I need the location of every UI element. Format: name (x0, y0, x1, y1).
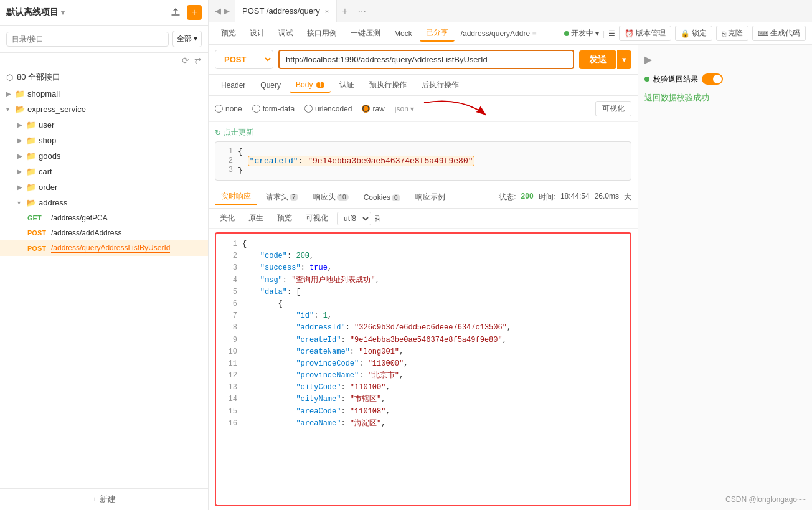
encoding-select[interactable]: utf8 gbk (337, 212, 371, 225)
url-input[interactable] (278, 50, 574, 69)
response-tab-cookies[interactable]: Cookies0 (357, 191, 407, 204)
folder-user[interactable]: ▶ 📁 user (0, 117, 208, 133)
nav-share[interactable]: 已分享 (420, 25, 455, 42)
refresh-tool-icon[interactable]: ⟳ (182, 55, 189, 65)
method-select[interactable]: POST GET PUT DELETE (215, 50, 273, 69)
folder-goods[interactable]: ▶ 📁 goods (0, 148, 208, 164)
chevron-right-icon: ▶ (17, 121, 25, 128)
beautify-button[interactable]: 美化 (215, 211, 240, 225)
folder-icon: 📁 (15, 89, 25, 98)
folder-icon: 📁 (26, 182, 36, 192)
project-name: 默认离线项目 (6, 7, 59, 18)
tab-header[interactable]: Header (215, 78, 252, 92)
nav-prev-icon[interactable]: ◀ (215, 6, 221, 16)
r-line-14: 14 "cityName": "市辖区", (222, 394, 624, 405)
r-line-4: 4 "msg": "查询用户地址列表成功", (222, 275, 624, 286)
nav-mock[interactable]: Mock (388, 27, 418, 40)
tab-query[interactable]: Query (254, 78, 287, 92)
api-addaddress[interactable]: POST /address/addAddress (0, 225, 208, 240)
sidebar-header: 默认离线项目 ▾ + (0, 0, 208, 26)
status-info: 状态: 200 时间: 18:44:54 26.0ms 大 (499, 192, 631, 202)
send-dropdown-button[interactable]: ▾ (616, 50, 631, 69)
send-button[interactable]: 发送 (579, 50, 616, 69)
api-queryaddresslistbyuserid[interactable]: POST /address/queryAddressListByUserId (0, 240, 208, 256)
folder-shop[interactable]: ▶ 📁 shop (0, 133, 208, 148)
generate-code-button[interactable]: ⌨ 生成代码 (752, 26, 806, 41)
tab-body[interactable]: Body 1 (290, 78, 331, 93)
env-selector[interactable]: 开发中 ▾ (564, 28, 599, 39)
chevron-down-icon: ▾ (61, 9, 65, 17)
nav-next-icon[interactable]: ▶ (224, 6, 230, 16)
response-tab-examples[interactable]: 响应示例 (409, 189, 451, 205)
folder-icon: 📁 (26, 151, 36, 161)
response-tab-res-headers[interactable]: 响应头10 (307, 189, 355, 205)
search-scope-select[interactable]: 全部 ▾ (172, 31, 202, 47)
folder-order[interactable]: ▶ 📁 order (0, 179, 208, 195)
visual-button[interactable]: 可视化 (595, 101, 631, 116)
copy-icon[interactable]: ⎘ (375, 214, 380, 224)
upload-icon[interactable] (168, 5, 183, 20)
api-getpca[interactable]: GET /address/getPCA (0, 210, 208, 225)
env-label: 开发中 (571, 28, 593, 39)
radio-urlencoded[interactable]: urlencoded (304, 105, 352, 113)
all-api-item[interactable]: ⬡ 80 全部接口 (0, 68, 208, 86)
refresh-icon: ↻ (215, 128, 221, 137)
validate-toggle[interactable] (702, 73, 723, 85)
add-api-button[interactable]: + (187, 5, 202, 20)
nav-preview[interactable]: 预览 (215, 26, 242, 41)
lock-button[interactable]: 🔒 锁定 (675, 26, 712, 41)
r-line-3: 3 "success": true, (222, 262, 624, 274)
radio-raw[interactable]: raw (362, 105, 384, 113)
folder-shopmall[interactable]: ▶ 📁 shopmall (0, 86, 208, 102)
folder-cart[interactable]: ▶ 📁 cart (0, 164, 208, 179)
lock-icon: 🔒 (681, 29, 690, 38)
search-input[interactable] (6, 32, 169, 47)
close-tab-icon[interactable]: × (325, 0, 329, 22)
chevron-right-icon: ▶ (6, 90, 14, 97)
folder-express-service[interactable]: ▾ 📂 express_service (0, 102, 208, 117)
response-json-body: 1 { 2 "code": 200, 3 "success": true, 4 (215, 232, 631, 506)
r-line-16: 16 "areaName": "海淀区", (222, 418, 624, 430)
radio-none[interactable]: none (215, 105, 242, 113)
raw-button[interactable]: 原生 (243, 211, 268, 225)
sidebar-header-right: + (168, 5, 202, 20)
nav-icon-1[interactable]: ☰ (608, 29, 615, 38)
nav-debug[interactable]: 调试 (272, 26, 300, 41)
main-content: POST GET PUT DELETE 发送 ▾ Header Query Bo… (209, 45, 812, 510)
code-line-1: 1 { (220, 147, 626, 156)
new-api-button[interactable]: + 新建 (92, 494, 115, 505)
settings-tool-icon[interactable]: ⇄ (194, 55, 202, 65)
folder-open-icon: 📂 (15, 105, 25, 114)
radio-form-data[interactable]: form-data (252, 105, 295, 113)
main-panel: ◀ ▶ POST /address/query × + ··· 预览 设计 调试… (209, 0, 812, 510)
chevron-right-icon: ▶ (17, 184, 25, 191)
version-manage-button[interactable]: ⏰ 版本管理 (619, 26, 671, 41)
preview-button[interactable]: 预览 (272, 211, 297, 225)
time-label: 时间: (539, 192, 555, 202)
r-line-5: 5 "data": [ (222, 286, 624, 298)
right-panel: ▶ 校验返回结果 返回数据校验成功 (638, 45, 812, 510)
response-tab-req-headers[interactable]: 请求头7 (260, 189, 304, 205)
validate-dot (644, 77, 649, 82)
response-section: 实时响应 请求头7 响应头10 Cookies0 响应示例 状态: 200 时间… (209, 186, 638, 510)
expand-icon[interactable]: ▶ (644, 54, 652, 65)
visualize-button[interactable]: 可视化 (301, 211, 333, 225)
code-line-3: 3 } (220, 166, 626, 175)
refresh-hint[interactable]: ↻ 点击更新 (215, 127, 631, 138)
code-icon: ⌨ (758, 29, 768, 38)
nav-bar: 预览 设计 调试 接口用例 一键压测 Mock 已分享 /address/que… (209, 22, 812, 45)
r-line-6: 6 { (222, 298, 624, 310)
more-tabs-button[interactable]: ··· (353, 6, 371, 17)
nav-stress[interactable]: 一键压测 (344, 26, 387, 41)
folder-address[interactable]: ▾ 📂 address (0, 195, 208, 210)
validate-row: 校验返回结果 (644, 73, 806, 85)
main-tab-post-address[interactable]: POST /address/query × (235, 0, 337, 22)
nav-design[interactable]: 设计 (243, 26, 271, 41)
center-panel: POST GET PUT DELETE 发送 ▾ Header Query Bo… (209, 45, 638, 510)
tab-auth[interactable]: 认证 (333, 77, 361, 93)
response-tab-realtime[interactable]: 实时响应 (215, 189, 257, 205)
add-tab-button[interactable]: + (337, 6, 352, 17)
nav-examples[interactable]: 接口用例 (301, 26, 343, 41)
main-tab-bar: ◀ ▶ POST /address/query × + ··· (209, 0, 812, 22)
clone-button[interactable]: ⎘ 克隆 (716, 26, 748, 41)
